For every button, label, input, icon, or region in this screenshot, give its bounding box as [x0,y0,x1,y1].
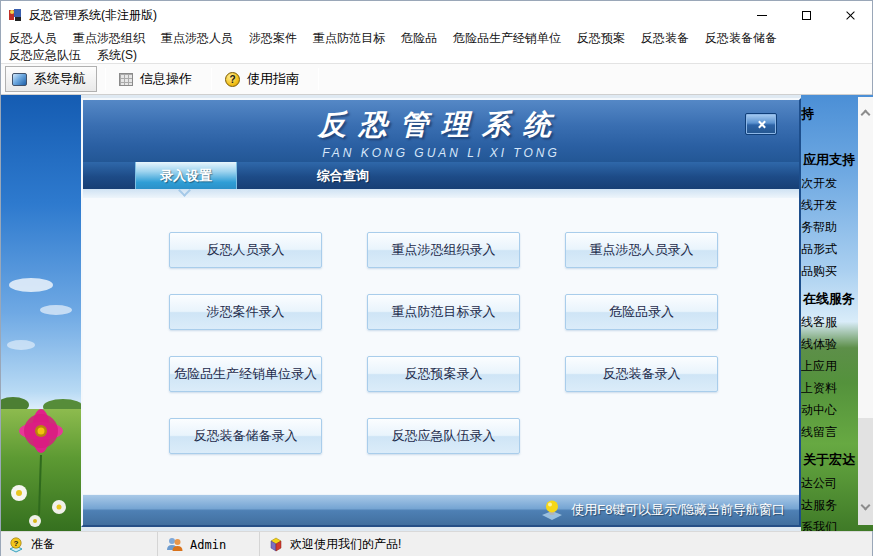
navigation-icon [12,73,27,86]
sidebar-heading: 应用支持 [803,151,857,169]
status-ready-section: ? 准备 [1,532,157,556]
tab-strip [83,189,799,198]
sidebar-link[interactable]: 次开发 [801,172,857,194]
menu-item[interactable]: 反恐装备储备 [697,30,785,47]
desktop-area: 反恐管理系统 FAN KONG GUAN LI XI TONG 录入设置 综合查… [1,95,872,531]
footer-tip-text: 使用F8键可以显示/隐藏当前导航窗口 [571,501,785,519]
menu-bar-row2: 反恐应急队伍 系统(S) [1,48,872,63]
maximize-icon [802,11,811,20]
window-title: 反恐管理系统(非注册版) [29,7,740,24]
user-guide-button[interactable]: ? 使用指南 [218,66,310,92]
app-window: 反恐管理系统(非注册版) 反恐人员 重点涉恐组织 重点涉恐人员 涉恐案件 重点防… [0,0,873,556]
minimize-button[interactable] [740,1,784,29]
sidebar-link[interactable]: 上应用 [801,355,857,377]
system-navigation-button[interactable]: 系统导航 [5,66,97,92]
menu-item[interactable]: 重点防范目标 [305,30,393,47]
sidebar-link[interactable]: 品形式 [801,238,857,260]
status-welcome-section: 欢迎使用我们的产品! [259,532,409,556]
menu-item[interactable]: 反恐应急队伍 [1,47,89,64]
tool-label: 信息操作 [140,70,192,88]
wallpaper-image [1,95,81,531]
entry-button[interactable]: 反恐人员录入 [169,232,322,268]
toolbar-separator [318,68,319,90]
close-icon [757,120,766,129]
sidebar-link[interactable]: 系我们 [801,516,857,531]
toolbar-separator [105,68,106,90]
tab-bar: 录入设置 综合查询 [83,162,799,189]
sidebar-link[interactable]: 达公司 [801,472,857,494]
menu-item[interactable]: 反恐预案 [569,30,633,47]
help-icon: ? [225,72,240,87]
grid-icon [119,73,133,86]
minimize-icon [757,15,767,16]
sidebar-link[interactable]: 线体验 [801,333,857,355]
ready-icon: ? [9,537,25,553]
tab-comprehensive-query[interactable]: 综合查询 [237,162,449,189]
main-panel: 反恐管理系统 FAN KONG GUAN LI XI TONG 录入设置 综合查… [81,98,801,527]
sidebar-link[interactable]: 务帮助 [801,216,857,238]
user-icon [166,537,184,552]
close-button[interactable] [828,1,872,29]
entry-button[interactable]: 重点涉恐组织录入 [367,232,520,268]
menu-item[interactable]: 涉恐案件 [241,30,305,47]
status-welcome-text: 欢迎使用我们的产品! [290,536,401,553]
sidebar-scrollbar[interactable] [858,97,873,525]
entry-button[interactable]: 危险品录入 [565,294,718,330]
entry-button-grid: 反恐人员录入 重点涉恐组织录入 重点涉恐人员录入 涉恐案件录入 重点防范目标录入… [169,232,799,454]
status-bar: ? 准备 Admin 欢迎使用我们的产品! [1,531,872,556]
window-controls [740,1,872,29]
panel-footer: 使用F8键可以显示/隐藏当前导航窗口 [83,494,799,525]
menu-item[interactable]: 重点涉恐组织 [65,30,153,47]
title-bar: 反恐管理系统(非注册版) [1,1,872,29]
svg-text:?: ? [14,538,19,547]
menu-bar-row1: 反恐人员 重点涉恐组织 重点涉恐人员 涉恐案件 重点防范目标 危险品 危险品生产… [1,29,872,48]
sidebar-heading: 在线服务 [803,290,857,308]
info-operation-button[interactable]: 信息操作 [112,66,203,92]
entry-button[interactable]: 反恐装备储备录入 [169,418,322,454]
app-icon [7,7,23,23]
menu-item[interactable]: 反恐人员 [1,30,65,47]
close-icon [845,10,856,21]
sidebar-link[interactable]: 线留言 [801,421,857,443]
sidebar-link[interactable]: 线客服 [801,311,857,333]
sidebar-heading: 关于宏达 [803,451,857,469]
status-user-text: Admin [190,538,226,552]
entry-button[interactable]: 危险品生产经销单位录入 [169,356,322,392]
lightbulb-icon [541,499,563,521]
menu-item[interactable]: 危险品 [393,30,445,47]
entry-button[interactable]: 反恐预案录入 [367,356,520,392]
panel-subtitle: FAN KONG GUAN LI XI TONG [83,146,799,160]
entry-button[interactable]: 重点涉恐人员录入 [565,232,718,268]
toolbar-separator [211,68,212,90]
maximize-button[interactable] [784,1,828,29]
status-user-section: Admin [157,532,259,556]
sidebar-link[interactable]: 动中心 [801,399,857,421]
entry-button[interactable]: 反恐装备录入 [565,356,718,392]
sidebar-link[interactable]: 上资料 [801,377,857,399]
chevron-up-icon[interactable] [861,110,871,120]
sidebar-links: 持 应用支持 次开发 线开发 务帮助 品形式 品购买 在线服务 线客服 线体验 … [803,95,857,531]
panel-content: 反恐人员录入 重点涉恐组织录入 重点涉恐人员录入 涉恐案件录入 重点防范目标录入… [83,198,799,494]
panel-close-button[interactable] [745,113,777,135]
toolbar: 系统导航 信息操作 ? 使用指南 [1,63,872,95]
entry-button[interactable]: 涉恐案件录入 [169,294,322,330]
sidebar-link[interactable]: 达服务 [801,494,857,516]
tool-label: 使用指南 [247,70,299,88]
panel-header: 反恐管理系统 FAN KONG GUAN LI XI TONG [83,100,799,162]
menu-item[interactable]: 系统(S) [89,47,145,64]
panel-title: 反恐管理系统 [83,100,799,144]
entry-button[interactable]: 反恐应急队伍录入 [367,418,520,454]
sidebar-partial-text: 持 [801,105,857,123]
product-icon [268,537,284,553]
menu-item[interactable]: 反恐装备 [633,30,697,47]
tool-label: 系统导航 [34,70,86,88]
menu-item[interactable]: 危险品生产经销单位 [445,30,569,47]
right-sidebar: 持 应用支持 次开发 线开发 务帮助 品形式 品购买 在线服务 线客服 线体验 … [801,95,873,531]
sidebar-link[interactable]: 线开发 [801,194,857,216]
menu-item[interactable]: 重点涉恐人员 [153,30,241,47]
entry-button[interactable]: 重点防范目标录入 [367,294,520,330]
status-ready-text: 准备 [31,536,55,553]
sidebar-link[interactable]: 品购买 [801,260,857,282]
